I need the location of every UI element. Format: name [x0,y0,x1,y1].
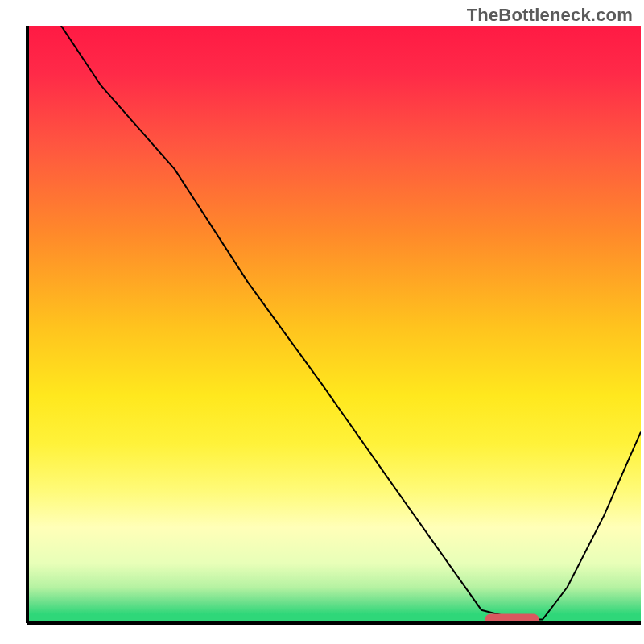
watermark-text: TheBottleneck.com [467,5,633,26]
bottleneck-chart [0,0,644,644]
gradient-background [27,26,641,623]
chart-container: TheBottleneck.com [0,0,644,644]
